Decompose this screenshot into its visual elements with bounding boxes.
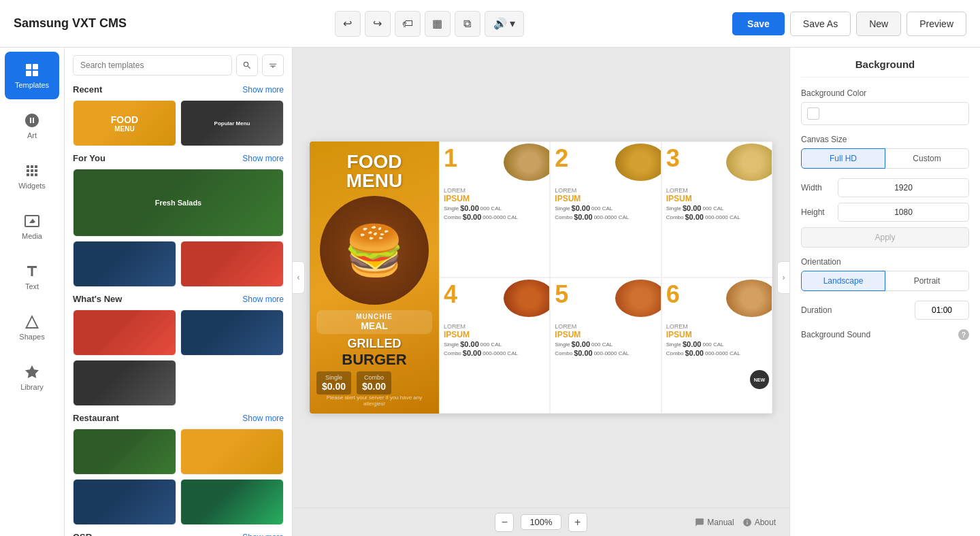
new-badge: NEW [750,370,769,389]
list-item[interactable]: FOOD MENU [73,100,176,146]
menu-item-1: 1 LOREM IPSUM Single $0.00 000 CAL Combo… [439,141,550,278]
list-item[interactable] [73,309,176,356]
canvas-area: ‹ FOOD MENU 🍔 MUNC [293,48,789,536]
sidebar-item-text-label: Text [25,282,39,290]
for-you-title: For You [73,153,105,163]
list-item[interactable] [180,429,284,475]
grid-button[interactable]: ▦ [425,11,451,37]
duration-input[interactable] [915,301,969,320]
menu-item-2: 2 LOREM IPSUM Single $0.00 000 CAL Combo… [550,141,661,278]
menu-left-panel: FOOD MENU 🍔 MUNCHIE MEAL GRILLED [310,141,439,414]
menu-item-4: 4 LOREM IPSUM Single $0.00 000 CAL Combo… [439,278,550,414]
zoom-level: 100% [521,514,561,530]
sidebar-item-media[interactable]: Media [5,203,59,250]
app-title: Samsung VXT CMS [14,16,127,31]
svg-rect-3 [33,71,38,76]
bg-sound-label: Background Sound [801,330,954,339]
zoom-in-button[interactable]: + [568,513,587,532]
sidebar-item-art[interactable]: Art [5,102,59,150]
orientation-label: Orientation [801,257,969,267]
list-item[interactable] [180,479,284,525]
food-image-2 [615,144,662,181]
manual-link[interactable]: Manual [695,518,734,527]
list-item[interactable]: Fresh Salads [73,169,284,237]
sidebar-item-shapes-label: Shapes [19,333,44,341]
sidebar-item-templates-label: Templates [15,81,49,89]
menu-title: FOOD MENU [316,152,432,190]
sidebar-item-widgets[interactable]: Widgets [5,152,59,200]
search-button[interactable] [236,54,258,76]
full-hd-button[interactable]: Full HD [801,148,885,169]
save-as-button[interactable]: Save As [790,12,851,36]
zoom-out-button[interactable]: − [495,513,514,532]
new-button[interactable]: New [856,12,901,36]
main-layout: Templates Art Widgets Media Text Shapes … [0,48,980,536]
help-icon[interactable]: ? [958,329,969,340]
apply-button[interactable]: Apply [801,227,969,248]
list-item[interactable] [73,360,176,406]
food-image-3 [726,144,772,181]
qsr-show-more[interactable]: Show more [242,533,284,537]
search-input[interactable] [73,55,232,76]
whats-new-show-more[interactable]: Show more [242,295,284,304]
restaurant-grid [73,429,284,525]
menu-item-3: 3 LOREM IPSUM Single $0.00 000 CAL Combo… [662,141,772,278]
list-item[interactable] [73,429,176,475]
height-input[interactable] [838,203,969,222]
icon-sidebar: Templates Art Widgets Media Text Shapes … [0,48,65,536]
save-button[interactable]: Save [732,12,785,35]
sidebar-item-media-label: Media [22,232,42,240]
sidebar-item-text[interactable]: Text [5,253,59,301]
custom-button[interactable]: Custom [885,148,969,169]
recent-show-more[interactable]: Show more [242,85,284,95]
food-image-4 [504,280,550,317]
sidebar-item-library[interactable]: Library [5,354,59,401]
restaurant-show-more[interactable]: Show more [242,414,284,423]
preview-button[interactable]: Preview [906,12,966,36]
landscape-button[interactable]: Landscape [801,271,885,291]
list-item[interactable] [180,309,284,356]
collapse-left-button[interactable]: ‹ [293,261,305,294]
width-input[interactable] [838,178,969,197]
canvas-content[interactable]: FOOD MENU 🍔 MUNCHIE MEAL GRILLED [310,141,772,414]
burger-image: 🍔 [320,196,429,305]
qsr-section-header: QSR Show more [73,532,284,536]
about-label: About [755,518,776,527]
bg-color-field[interactable] [801,102,969,125]
list-item[interactable] [180,241,284,287]
for-you-show-more[interactable]: Show more [242,154,284,163]
about-link[interactable]: About [742,518,776,527]
height-row: Height [801,203,969,222]
duration-row: Duration [801,301,969,320]
color-swatch [807,107,819,120]
whats-new-title: What's New [73,294,122,304]
canvas-footer: − 100% + Manual About [293,507,789,536]
sound-row: Background Sound ? [801,329,969,340]
meal-badge: MUNCHIE MEAL [316,310,432,334]
portrait-button[interactable]: Portrait [885,271,969,291]
grilled-text: GRILLED [316,337,432,351]
food-image-1 [504,144,550,181]
list-item[interactable] [73,479,176,525]
expand-right-button[interactable]: › [777,261,789,294]
tag-button[interactable]: 🏷 [395,11,421,37]
food-image-5 [615,280,662,317]
orientation-section: Orientation Landscape Portrait [801,257,969,291]
about-icon [742,518,752,527]
sidebar-item-shapes[interactable]: Shapes [5,303,59,351]
redo-button[interactable]: ↪ [365,11,391,37]
allergy-text: Please alert your server if you have any… [316,395,432,407]
sidebar-item-templates[interactable]: Templates [5,52,59,99]
sidebar-item-widgets-label: Widgets [18,182,46,190]
undo-button[interactable]: ↩ [335,11,361,37]
list-item[interactable] [73,241,176,287]
recent-grid: FOOD MENU Popular Menu [73,100,284,146]
filter-button[interactable] [262,54,284,76]
sound-button[interactable]: 🔊 ▾ [485,11,524,37]
restaurant-title: Restaurant [73,413,119,423]
search-bar [73,54,284,76]
duration-label: Duration [801,305,909,315]
layers-button[interactable]: ⧉ [455,11,480,37]
list-item[interactable]: Popular Menu [180,100,284,146]
recent-section-header: Recent Show more [73,84,284,95]
